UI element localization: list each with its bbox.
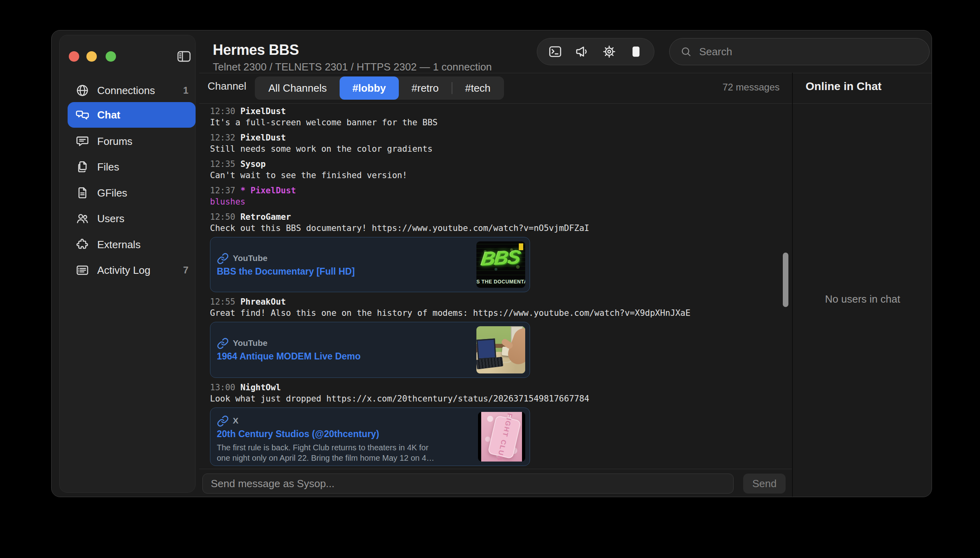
message-row: 12:55 PhreakOutGreat find! Also this one… (210, 296, 792, 378)
sidebar: Connections1ChatForumsFilesGFilesUsersEx… (59, 35, 196, 493)
message-row: 12:37 * PixelDustblushes (210, 185, 792, 207)
thumbnail-fight-club[interactable]: FIGHT CLUB (478, 412, 525, 462)
search-input[interactable] (698, 45, 914, 58)
message-text: Can't wait to see the finished version! (210, 170, 792, 181)
chat-message-list: 12:30 PixelDustIt's a full-screen welcom… (199, 103, 792, 469)
link-description: The first rule is back. Fight Club retur… (217, 442, 434, 463)
document-icon (76, 186, 89, 200)
tab-all-channels[interactable]: All Channels (256, 76, 340, 100)
tab-retro[interactable]: #retro (399, 76, 452, 100)
gear-button[interactable] (600, 43, 618, 60)
message-user: * PixelDust (240, 186, 296, 195)
thumb-big-text: BBS (476, 246, 525, 270)
window-title: Hermes BBS (213, 42, 299, 58)
forum-bubble-icon (76, 134, 89, 148)
tab-lobby[interactable]: #lobby (340, 76, 399, 100)
toolbar (537, 38, 654, 65)
message-user: PhreakOut (240, 297, 286, 307)
sidebar-item-label: Externals (97, 239, 196, 251)
close-button[interactable] (69, 51, 79, 62)
message-row: 12:50 RetroGamerCheck out this BBS docum… (210, 211, 792, 292)
message-row: 13:00 NightOwlLook what just dropped htt… (210, 382, 792, 466)
link-title[interactable]: 1964 Antique MODEM Live Demo (217, 351, 361, 362)
gear-icon (602, 44, 616, 59)
online-panel-title: Online in Chat (806, 80, 882, 93)
sidebar-item-label: Users (97, 213, 196, 225)
message-user: RetroGamer (240, 212, 291, 222)
link-site-name: X (233, 416, 238, 426)
search-field[interactable] (669, 38, 930, 65)
message-text: blushes (210, 196, 792, 207)
thumb-soap-text: FIGHT CLUB (495, 412, 514, 462)
message-time: 12:55 (210, 297, 235, 307)
files-icon (76, 160, 89, 174)
sidebar-item-forums[interactable]: Forums (68, 128, 196, 154)
sidebar-badge: 7 (183, 265, 188, 276)
message-user: PixelDust (240, 106, 286, 116)
sidebar-item-label: GFiles (97, 187, 196, 199)
sidebar-toggle-icon[interactable] (175, 48, 193, 65)
sidebar-item-label: Connections (97, 84, 183, 97)
puzzle-icon (76, 238, 89, 251)
sidebar-item-files[interactable]: Files (68, 154, 196, 180)
message-time: 12:35 (210, 159, 235, 169)
zoom-button[interactable] (106, 51, 116, 62)
search-icon (680, 46, 692, 58)
link-title[interactable]: 20th Century Studios (@20thcentury) (217, 429, 379, 440)
chat-bubbles-icon (76, 108, 89, 122)
message-text: Check out this BBS documentary! https://… (210, 223, 792, 234)
sidebar-badge: 1 (183, 85, 188, 96)
stop-button[interactable] (627, 43, 645, 60)
globe-icon (76, 84, 89, 97)
scrollbar-thumb[interactable] (783, 253, 788, 307)
megaphone-icon (575, 44, 589, 59)
minimize-button[interactable] (86, 51, 97, 62)
thumbnail-bbs-documentary[interactable]: BBSS THE DOCUMENTA (476, 241, 525, 288)
message-row: 12:35 SysopCan't wait to see the finishe… (210, 159, 792, 181)
thumbnail-modem-demo[interactable] (476, 326, 525, 373)
megaphone-button[interactable] (573, 43, 591, 60)
message-time: 12:50 (210, 212, 235, 222)
link-icon (217, 337, 229, 349)
link-site-name: YouTube (233, 253, 268, 263)
message-row: 12:32 PixelDustStill needs some work on … (210, 132, 792, 155)
link-icon (217, 253, 229, 265)
sidebar-item-users[interactable]: Users (68, 206, 196, 231)
sidebar-item-gfiles[interactable]: GFiles (68, 180, 196, 206)
message-text: Look what just dropped https://x.com/20t… (210, 393, 792, 404)
input-bar-divider (199, 469, 792, 469)
message-user: NightOwl (240, 383, 281, 392)
link-preview-card[interactable]: X20th Century Studios (@20thcentury)The … (210, 407, 530, 466)
header-divider (199, 73, 932, 73)
users-icon (76, 212, 89, 225)
link-preview-card[interactable]: YouTubeBBS the Documentary [Full HD]BBSS… (210, 237, 530, 292)
terminal-button[interactable] (546, 43, 564, 60)
link-title[interactable]: BBS the Documentary [Full HD] (217, 266, 355, 277)
link-preview-card[interactable]: YouTube1964 Antique MODEM Live Demo (210, 322, 530, 378)
sidebar-item-connections[interactable]: Connections1 (68, 78, 196, 103)
message-time: 12:37 (210, 186, 235, 195)
thumb-accent (519, 243, 523, 250)
channel-label: Channel (208, 80, 246, 92)
message-text: Great find! Also this one on the history… (210, 307, 792, 319)
message-count: 72 messages (700, 82, 780, 93)
online-panel-empty-text: No users in chat (793, 293, 932, 305)
message-input[interactable] (202, 474, 734, 494)
sidebar-item-label: Chat (97, 109, 196, 121)
tab-tech[interactable]: #tech (452, 76, 504, 100)
terminal-icon (548, 44, 562, 59)
message-time: 12:30 (210, 106, 235, 116)
sidebar-item-externals[interactable]: Externals (68, 232, 196, 257)
app-window: Connections1ChatForumsFilesGFilesUsersEx… (51, 30, 932, 497)
sidebar-item-activity-log[interactable]: Activity Log7 (68, 257, 196, 283)
channel-segmented-control: All Channels#lobby#retro#tech (255, 76, 504, 100)
send-button[interactable]: Send (743, 474, 786, 494)
right-panel-divider (792, 73, 793, 497)
message-time: 13:00 (210, 383, 235, 392)
message-user: Sysop (240, 159, 266, 169)
server-status-subtitle: Telnet 2300 / TELNETS 2301 / HTTPS 2302 … (213, 61, 492, 73)
sidebar-item-chat[interactable]: Chat (68, 102, 196, 128)
message-user: PixelDust (240, 133, 286, 143)
thumb-caption: S THE DOCUMENTA (476, 279, 525, 285)
stop-icon (629, 44, 643, 59)
